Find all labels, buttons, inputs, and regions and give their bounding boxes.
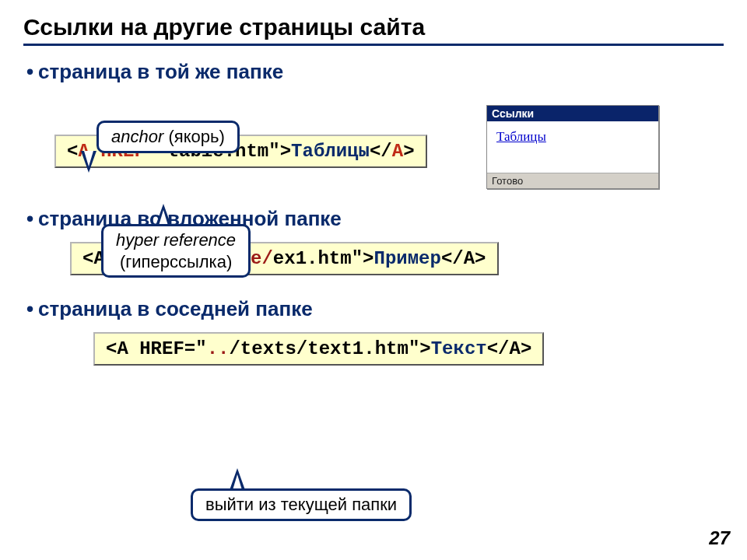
tok-lt2: < [370,141,381,162]
browser-content: Таблицы [487,121,658,173]
tok-a-close: A [392,141,403,162]
section-sibling-folder: •страница в соседней папке <A HREF="../t… [23,297,724,366]
bullet-dot-icon: • [26,60,33,83]
tok-prefix: <A HREF=" [106,338,207,359]
tok-gt: > [280,141,291,162]
callout-tail-icon [230,468,245,490]
callout-hyper: hyper reference (гиперссылка) [101,224,251,278]
browser-preview: Ссылки Таблицы Готово [486,105,659,189]
callout-tail-icon [156,204,171,226]
callout-hyper-rest: (гиперссылка) [120,252,232,271]
tok-suffix: </A> [441,248,486,269]
bullet-dot-icon: • [26,297,33,320]
bullet-dot-icon: • [26,207,33,230]
tok-linktext: Таблицы [291,141,370,162]
tok-dots: .. [207,338,230,359]
tok-suffix: </A> [487,338,532,359]
tok-slash: / [381,141,391,162]
browser-titlebar: Ссылки [487,106,658,121]
tok-gt2: > [403,141,414,162]
slide: Ссылки на другие страницы сайта •страниц… [0,0,747,560]
callout-exit-text: выйти из текущей папки [205,495,397,514]
callout-tail-icon [81,151,96,173]
callout-anchor: anchor (якорь) [96,121,240,153]
tok-mid: "> [352,248,374,269]
page-number: 27 [709,527,730,549]
tok-linktext: Текст [431,338,487,359]
callout-hyper-italic: hyper reference [116,230,236,250]
bullet-3: •страница в соседней папке [26,297,724,321]
tok-path-rest: /texts/text1.htm [229,338,408,359]
callout-anchor-rest: (якорь) [163,127,224,146]
tok-linktext: Пример [374,248,440,269]
browser-statusbar: Готово [487,173,658,188]
callout-anchor-italic: anchor [111,127,163,146]
bullet-text: страница в соседней папке [38,297,313,320]
title-rule [23,44,724,46]
page-title: Ссылки на другие страницы сайта [23,14,724,40]
tok-lt: < [67,141,78,162]
bullet-text: страница в той же папке [38,60,283,83]
browser-link[interactable]: Таблицы [496,129,546,144]
code-block-3: <A HREF="../texts/text1.htm">Текст</A> [93,332,544,366]
tok-mid: "> [409,338,431,359]
tok-q2: " [268,141,279,162]
bullet-1: •страница в той же папке [26,60,724,84]
callout-exit: выйти из текущей папки [191,488,412,521]
tok-path-rest: ex1.htm [273,248,352,269]
